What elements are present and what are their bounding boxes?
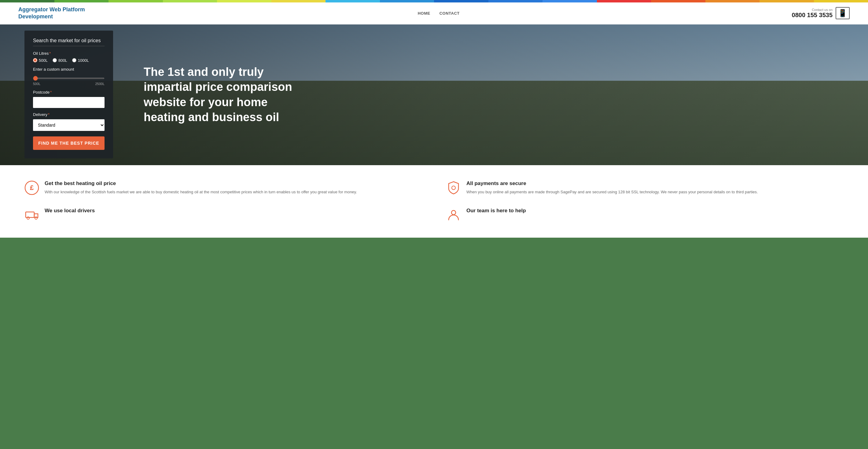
feature-item-4: Our team is here to help [446, 208, 843, 222]
feature-title-2: All payments are secure [466, 180, 758, 186]
find-best-price-button[interactable]: FIND ME THE BEST PRICE [33, 137, 104, 150]
range-max-label: 2500L [95, 82, 104, 86]
radio-500l-label: 500L [39, 58, 48, 63]
pound-icon: £ [25, 180, 39, 195]
nav-home[interactable]: HOME [418, 11, 430, 16]
postcode-label: Postcode* [33, 90, 104, 94]
feature-content-1: Get the best heating oil price With our … [44, 180, 357, 196]
feature-desc-2: When you buy online all payments are mad… [466, 189, 758, 196]
radio-1000l-label: 1000L [78, 58, 89, 63]
search-form-title: Search the market for oil prices [33, 38, 104, 46]
oil-litres-label: Oil Litres* [33, 51, 104, 56]
hero-overlay [0, 25, 868, 165]
feature-item-1: £ Get the best heating oil price With ou… [25, 180, 422, 196]
contact-label: Contact us on [792, 8, 833, 11]
site-logo: Aggregator Web Platform Development [18, 6, 86, 21]
radio-800l[interactable]: 800L [53, 58, 67, 63]
feature-item-2: All payments are secure When you buy onl… [446, 180, 843, 196]
svg-point-6 [452, 210, 456, 215]
color-bar [0, 0, 868, 2]
feature-item-3: We use local drivers [25, 208, 422, 222]
litres-slider[interactable] [33, 78, 104, 79]
hero-heading: The 1st and only truly impartial price c… [144, 64, 303, 125]
range-slider-container [33, 74, 104, 80]
radio-1000l-input[interactable] [72, 58, 76, 62]
feature-title-3: We use local drivers [44, 208, 95, 214]
svg-rect-3 [26, 212, 34, 217]
nav-contact[interactable]: CONTACT [439, 11, 460, 16]
header: Aggregator Web Platform Development HOME… [0, 2, 868, 25]
phone-icon: 📱 [836, 7, 850, 19]
postcode-input[interactable] [33, 97, 104, 108]
radio-1000l[interactable]: 1000L [72, 58, 89, 63]
shield-icon [446, 180, 461, 195]
svg-point-2 [452, 186, 455, 190]
radio-500l-input[interactable] [33, 58, 37, 62]
range-min-label: 500L [33, 82, 40, 86]
range-labels: 500L 2500L [33, 82, 104, 86]
radio-800l-input[interactable] [53, 58, 57, 62]
main-nav: HOME CONTACT [418, 11, 460, 16]
feature-title-4: Our team is here to help [466, 208, 526, 214]
features-section: £ Get the best heating oil price With ou… [0, 165, 868, 238]
header-contact: Contact us on 0800 155 3535 📱 [792, 7, 850, 19]
delivery-label: Delivery* [33, 112, 104, 117]
feature-desc-1: With our knowledge of the Scottish fuels… [44, 189, 357, 196]
feature-title-1: Get the best heating oil price [44, 180, 357, 186]
delivery-select[interactable]: Standard Express [33, 119, 104, 131]
hero-text-container: The 1st and only truly impartial price c… [131, 46, 315, 144]
feature-content-4: Our team is here to help [466, 208, 526, 216]
team-icon [446, 208, 461, 222]
feature-content-3: We use local drivers [44, 208, 95, 216]
truck-icon [25, 208, 39, 222]
radio-500l[interactable]: 500L [33, 58, 48, 63]
radio-800l-label: 800L [58, 58, 67, 63]
search-form: Search the market for oil prices Oil Lit… [25, 31, 113, 158]
hero-section: Search the market for oil prices Oil Lit… [0, 25, 868, 165]
phone-number: 0800 155 3535 [792, 11, 833, 19]
oil-litres-options: 500L 800L 1000L [33, 58, 104, 63]
custom-amount-label: Enter a custom amount [33, 67, 104, 71]
feature-content-2: All payments are secure When you buy onl… [466, 180, 758, 196]
svg-text:£: £ [30, 184, 34, 191]
